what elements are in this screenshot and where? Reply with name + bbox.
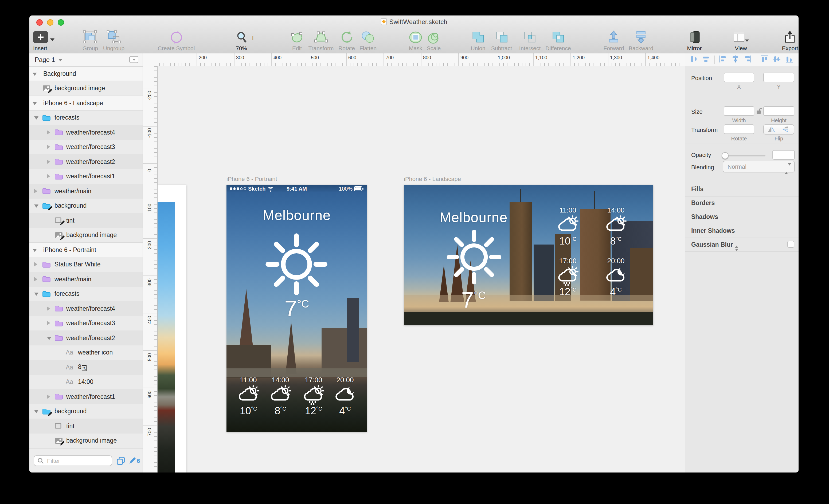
toolbar-item-group[interactable]: Group [82, 31, 98, 51]
layer-row-forecasts[interactable]: forecasts [29, 110, 143, 125]
toolbar-item-mirror[interactable]: Mirror [687, 31, 702, 51]
layer-row-weather-icon[interactable]: Aaweather icon [29, 345, 143, 360]
disclosure-down-icon[interactable] [33, 73, 37, 76]
artboard-label-portrait[interactable]: iPhone 6 - Portraint [226, 176, 277, 182]
layer-row-weather-forecast4[interactable]: weather/forecast4 [29, 125, 143, 140]
disclosure-right-icon[interactable] [47, 321, 50, 325]
layer-row-background-image[interactable]: background image [29, 81, 143, 95]
disclosure-down-icon[interactable] [34, 410, 38, 414]
pencil-edit-icon[interactable] [129, 457, 136, 464]
align-bottom-icon[interactable] [785, 55, 793, 64]
toolbar-item-mask[interactable]: Mask [408, 31, 423, 51]
zoom-out-button[interactable]: − [227, 33, 232, 42]
section-borders[interactable]: Borders [691, 200, 715, 206]
disclosure-down-icon[interactable] [33, 249, 37, 252]
toolbar-item-forward[interactable]: Forward [603, 31, 624, 51]
disclosure-down-icon[interactable] [34, 205, 38, 208]
height-field[interactable] [763, 106, 794, 116]
layer-row-weather-forecast1[interactable]: weather/forecast1 [29, 169, 143, 184]
toolbar-item-transform[interactable]: Transform [309, 31, 334, 51]
flip-horizontal-button[interactable] [764, 125, 779, 134]
align-center-horizontal-icon[interactable] [731, 55, 739, 64]
toolbar-item-insert[interactable]: Insert [33, 31, 58, 51]
distribute-vertically-icon[interactable] [702, 55, 710, 64]
layer-row-weather-main[interactable]: weather/main [29, 272, 143, 286]
align-top-icon[interactable] [761, 55, 769, 64]
disclosure-right-icon[interactable] [47, 394, 50, 399]
align-right-icon[interactable] [744, 55, 752, 64]
layer-row-iphone-6-landscape[interactable]: iPhone 6 - Landscape [29, 95, 143, 110]
layer-row-background-image[interactable]: background image [29, 433, 143, 448]
layer-row-iphone-6-portraint[interactable]: iPhone 6 - Portraint [29, 242, 143, 257]
toolbar-item-rotate[interactable]: Rotate [338, 31, 355, 51]
section-fills[interactable]: Fills [691, 186, 704, 192]
layer-row-weather-forecast4[interactable]: weather/forecast4 [29, 301, 143, 316]
align-left-icon[interactable] [719, 55, 727, 64]
toolbar-item-subtract[interactable]: Subtract [491, 31, 512, 51]
disclosure-right-icon[interactable] [47, 145, 50, 149]
layer-row-weather-main[interactable]: weather/main [29, 184, 143, 198]
artboard-portrait[interactable]: Sketch 9:41 AM 100% Melbourne 7°C 11:001… [226, 185, 367, 432]
distribute-horizontally-icon[interactable] [690, 55, 697, 64]
opacity-field[interactable] [772, 150, 795, 160]
section-inner-shadows[interactable]: Inner Shadows [691, 227, 735, 234]
layer-row-background[interactable]: background [29, 198, 143, 213]
layer-row-weather-forecast1[interactable]: weather/forecast1 [29, 389, 143, 404]
align-middle-vertical-icon[interactable] [773, 55, 781, 64]
artboard-landscape[interactable]: Melbourne 7°C 11:0010°C14:008°C17:0012°C… [404, 185, 653, 325]
position-y-field[interactable] [763, 73, 794, 82]
position-x-field[interactable] [724, 73, 754, 82]
layer-row-background[interactable]: background [29, 404, 143, 419]
duplicate-pages-icon[interactable] [116, 457, 125, 465]
toolbar-item-flatten[interactable]: Flatten [359, 31, 376, 51]
layer-row-background-image[interactable]: background image [29, 228, 143, 242]
layer-row-weather-forecast3[interactable]: weather/forecast3 [29, 316, 143, 331]
disclosure-right-icon[interactable] [47, 174, 50, 179]
disclosure-down-icon[interactable] [34, 117, 38, 120]
section-shadows[interactable]: Shadows [691, 214, 718, 220]
toolbar-item-backward[interactable]: Backward [629, 31, 653, 51]
toolbar-item-difference[interactable]: Difference [545, 31, 571, 51]
toolbar-item-union[interactable]: Union [471, 31, 485, 51]
toolbar-item-ungroup[interactable]: Ungroup [103, 31, 125, 51]
layer-row-status-bar-white[interactable]: Status Bar White [29, 257, 143, 272]
layer-row-tint[interactable]: tint [29, 419, 143, 433]
disclosure-right-icon[interactable] [34, 262, 37, 267]
width-field[interactable] [724, 106, 754, 116]
layer-row-forecasts[interactable]: forecasts [29, 286, 143, 301]
page-selector[interactable]: Page 1 [29, 53, 143, 66]
layer-row-tint[interactable]: tint [29, 213, 143, 228]
layer-row-14-00[interactable]: Aa14:00 [29, 375, 143, 389]
toolbar-item-scale[interactable]: Scale [426, 31, 441, 51]
layer-row-weather-forecast3[interactable]: weather/forecast3 [29, 140, 143, 154]
zoom-in-button[interactable]: + [251, 33, 255, 42]
disclosure-right-icon[interactable] [47, 130, 50, 134]
disclosure-down-icon[interactable] [34, 293, 38, 296]
disclosure-right-icon[interactable] [47, 306, 50, 311]
filter-input[interactable] [34, 455, 112, 466]
disclosure-right-icon[interactable] [47, 160, 50, 164]
background-artboard[interactable] [157, 185, 186, 472]
flip-vertical-button[interactable] [779, 125, 794, 134]
toolbar-item-export[interactable]: Export [782, 31, 798, 51]
opacity-slider-knob[interactable] [722, 152, 729, 159]
disclosure-down-icon[interactable] [33, 102, 37, 105]
rotate-field[interactable] [724, 124, 754, 134]
toolbar-item-create-symbol[interactable]: Create Symbol [158, 31, 195, 51]
disclosure-right-icon[interactable] [34, 277, 37, 281]
toolbar-item-edit[interactable]: Edit [290, 31, 304, 51]
section-gaussian-blur[interactable]: Gaussian Blur [691, 241, 738, 251]
lock-icon[interactable] [756, 107, 762, 114]
toolbar-item-view[interactable]: View [732, 31, 749, 51]
toolbar-item-intersect[interactable]: Intersect [519, 31, 541, 51]
disclosure-right-icon[interactable] [34, 189, 37, 193]
layer-row-weather-forecast2[interactable]: weather/forecast2 [29, 331, 143, 345]
toolbar-item-zoom[interactable]: −+70% [227, 31, 255, 51]
page-list-toggle[interactable] [129, 56, 138, 63]
section-checkbox[interactable] [787, 241, 794, 248]
blending-dropdown[interactable]: Normal [723, 161, 795, 172]
layer-row-background[interactable]: Background [29, 66, 143, 81]
disclosure-down-icon[interactable] [47, 337, 51, 340]
opacity-slider[interactable] [723, 155, 765, 156]
layer-row-8-[interactable]: Aa8℃ [29, 360, 143, 375]
